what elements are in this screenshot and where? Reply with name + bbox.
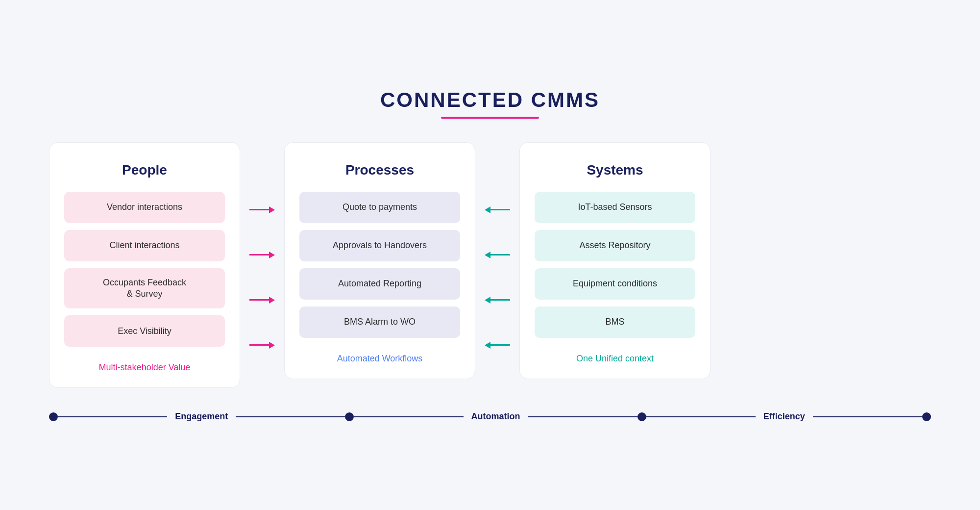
people-item-2: Client interactions [64, 230, 225, 261]
title-underline [441, 117, 539, 119]
timeline-dot-start [49, 412, 58, 421]
arrow-right-4 [240, 330, 284, 361]
timeline-line-5 [646, 416, 756, 418]
arrow-right-shape-3 [249, 297, 275, 304]
lshaft-2 [490, 254, 510, 255]
head-3 [269, 297, 275, 304]
arrow-left-2 [475, 239, 519, 271]
lhead-3 [485, 297, 490, 304]
systems-footer: One Unified context [535, 354, 695, 364]
systems-item-1: IoT-based Sensors [535, 192, 695, 223]
timeline-line-3 [354, 416, 463, 418]
columns-row: People Vendor interactions Client intera… [49, 142, 931, 388]
arrow-left-shape-2 [485, 252, 510, 258]
systems-item-4: BMS [535, 306, 695, 338]
page-title: CONNECTED CMMS [380, 88, 600, 112]
processes-footer: Automated Workflows [299, 354, 460, 364]
arrows-right [240, 142, 284, 368]
timeline-dot-2 [345, 412, 354, 421]
title-section: CONNECTED CMMS [380, 88, 600, 119]
people-item-1: Vendor interactions [64, 192, 225, 223]
arrow-right-1 [240, 194, 284, 226]
arrow-right-shape-2 [249, 252, 275, 258]
timeline-line-2 [236, 416, 345, 418]
head-4 [269, 342, 275, 349]
arrow-left-shape-1 [485, 206, 510, 213]
systems-items-list: IoT-based Sensors Assets Repository Equi… [535, 192, 695, 338]
timeline-line-6 [813, 416, 922, 418]
shaft-3 [249, 299, 269, 301]
people-column: People Vendor interactions Client intera… [49, 142, 240, 388]
timeline-label-2: Automation [464, 411, 528, 422]
arrow-left-1 [475, 194, 519, 226]
main-container: CONNECTED CMMS People Vendor interaction… [49, 88, 931, 422]
people-item-4: Exec Visibility [64, 315, 225, 347]
systems-item-3: Equipment conditions [535, 268, 695, 300]
systems-column: Systems IoT-based Sensors Assets Reposit… [519, 142, 710, 379]
people-title: People [64, 162, 225, 178]
shaft-4 [249, 344, 269, 346]
systems-item-2: Assets Repository [535, 230, 695, 261]
diagram-wrapper: People Vendor interactions Client intera… [49, 142, 931, 388]
lshaft-3 [490, 299, 510, 301]
lhead-1 [485, 206, 490, 213]
shaft-1 [249, 209, 269, 210]
arrow-right-shape-1 [249, 206, 275, 213]
timeline-bar: Engagement Automation Efficiency [49, 411, 931, 422]
lshaft-1 [490, 209, 510, 210]
arrow-left-3 [475, 284, 519, 316]
processes-item-3: Automated Reporting [299, 268, 460, 300]
lhead-2 [485, 252, 490, 258]
arrow-left-4 [475, 330, 519, 361]
timeline-line-1 [58, 416, 167, 418]
people-items-list: Vendor interactions Client interactions … [64, 192, 225, 347]
timeline-line-4 [528, 416, 637, 418]
arrow-right-3 [240, 284, 284, 316]
processes-column: Processes Quote to payments Approvals to… [284, 142, 475, 379]
lhead-4 [485, 342, 490, 349]
processes-item-1: Quote to payments [299, 192, 460, 223]
timeline-dot-end [922, 412, 931, 421]
timeline-label-1: Engagement [167, 411, 236, 422]
arrows-left [475, 142, 519, 368]
timeline-label-3: Efficiency [756, 411, 813, 422]
processes-item-4: BMS Alarm to WO [299, 306, 460, 338]
people-item-3: Occupants Feedback& Survey [64, 268, 225, 309]
head-1 [269, 206, 275, 213]
lshaft-4 [490, 344, 510, 346]
processes-items-list: Quote to payments Approvals to Handovers… [299, 192, 460, 338]
timeline-dot-3 [637, 412, 646, 421]
arrow-left-shape-3 [485, 297, 510, 304]
processes-title: Processes [299, 162, 460, 178]
arrow-right-2 [240, 239, 284, 271]
arrow-left-shape-4 [485, 342, 510, 349]
processes-item-2: Approvals to Handovers [299, 230, 460, 261]
arrow-right-shape-4 [249, 342, 275, 349]
head-2 [269, 252, 275, 258]
people-footer: Multi-stakeholder Value [64, 362, 225, 373]
shaft-2 [249, 254, 269, 255]
systems-title: Systems [535, 162, 695, 178]
